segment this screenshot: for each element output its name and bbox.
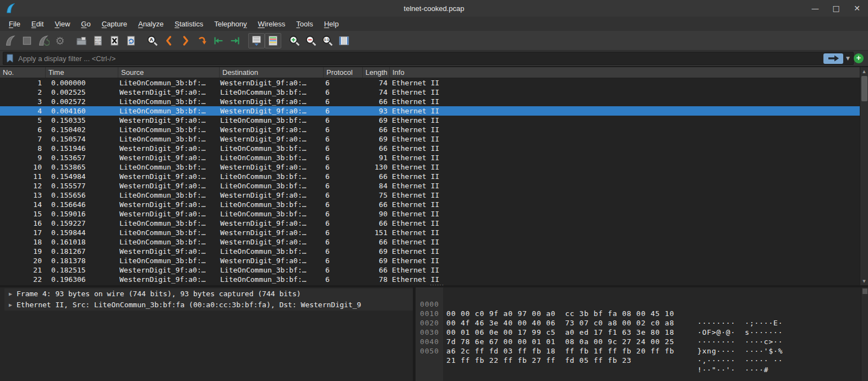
cell-protocol: 6	[324, 106, 363, 116]
go-forward-button[interactable]	[177, 33, 194, 48]
cell-destination: WesternDigit_9f:a0:…	[220, 125, 324, 134]
cell-time: 0.151946	[46, 144, 118, 153]
menu-item[interactable]: Tools	[291, 18, 318, 30]
find-packet-button[interactable]: A	[144, 33, 161, 48]
zoom-100-button[interactable]: 1:1	[319, 33, 336, 48]
expand-arrow-icon[interactable]: ▶	[4, 300, 17, 311]
menu-item[interactable]: Capture	[96, 18, 133, 30]
cell-protocol: 6	[324, 200, 363, 209]
save-file-icon: 010101100011	[93, 35, 103, 46]
add-filter-button[interactable]: +	[854, 53, 864, 63]
menu-item[interactable]: View	[49, 18, 75, 30]
cell-no: 5	[0, 116, 46, 125]
packet-row[interactable]: 14 0.156646 WesternDigit_9f:a0:… LiteOnC…	[0, 200, 868, 209]
hex-row[interactable]: 0020 00 01 06 0e 00 17 99 c5 a0 ed 17 f1…	[416, 309, 868, 318]
menu-item[interactable]: Help	[319, 18, 345, 30]
apply-filter-button[interactable]	[823, 53, 843, 64]
packet-row[interactable]: 16 0.159227 LiteOnCommun_3b:bf:… Western…	[0, 219, 868, 228]
column-header-no[interactable]: No.	[0, 67, 46, 78]
colorize-toggle[interactable]	[265, 33, 281, 48]
bytes-scrollbar[interactable]	[861, 287, 868, 381]
scroll-up-icon[interactable]: ▲	[860, 67, 868, 75]
splitter-grip[interactable]: ······	[430, 283, 444, 287]
maximize-button[interactable]: □	[832, 4, 840, 13]
packet-row[interactable]: 4 0.004160 LiteOnCommun_3b:bf:… WesternD…	[0, 106, 868, 116]
hex-row[interactable]: 0050 21 ff fb 22 ff fb 27 ff fd 05 ff fb…	[416, 337, 868, 346]
go-back-button[interactable]	[161, 33, 177, 48]
bytes-scrollbar-thumb[interactable]	[862, 289, 867, 294]
menu-bar: File Edit View Go Capture Analyze Statis…	[0, 17, 868, 31]
cell-source: WesternDigit_9f:a0:…	[118, 209, 220, 219]
packet-row[interactable]: 1 0.000000 LiteOnCommun_3b:bf:… WesternD…	[0, 78, 868, 88]
menu-item[interactable]: File	[3, 18, 26, 30]
minimize-button[interactable]: —	[811, 4, 820, 13]
scrollbar-thumb[interactable]	[861, 76, 867, 101]
expand-arrow-icon[interactable]: ▶	[4, 289, 17, 300]
packet-row[interactable]: 5 0.150335 WesternDigit_9f:a0:… LiteOnCo…	[0, 116, 868, 125]
close-button[interactable]: ✕	[853, 4, 861, 13]
go-first-packet-button[interactable]	[210, 33, 227, 48]
capture-options-button[interactable]: ⚙	[52, 33, 68, 48]
scroll-down-icon[interactable]: ▼	[860, 277, 868, 285]
detail-row[interactable]: ▶ Ethernet II, Src: LiteOnCommun_3b:bf:f…	[4, 300, 413, 311]
packet-row[interactable]: 18 0.161018 LiteOnCommun_3b:bf:… Western…	[0, 237, 868, 247]
packet-row[interactable]: 2 0.002525 WesternDigit_9f:a0:… LiteOnCo…	[0, 88, 868, 97]
reload-file-button[interactable]	[123, 33, 139, 48]
cell-time: 0.196306	[46, 275, 118, 284]
open-file-button[interactable]	[73, 33, 90, 48]
packet-row[interactable]: 15 0.159016 WesternDigit_9f:a0:… LiteOnC…	[0, 209, 868, 219]
menu-item[interactable]: Statistics	[169, 18, 209, 30]
packet-row[interactable]: 12 0.155577 WesternDigit_9f:a0:… LiteOnC…	[0, 181, 868, 190]
capture-stop-button[interactable]	[19, 33, 35, 48]
menu-item[interactable]: Analyze	[133, 18, 169, 30]
cell-protocol: 6	[324, 237, 363, 247]
packet-row[interactable]: 10 0.153865 LiteOnCommun_3b:bf:… Western…	[0, 162, 868, 172]
packet-row[interactable]: 17 0.159844 LiteOnCommun_3b:bf:… Western…	[0, 228, 868, 237]
column-header-length[interactable]: Length	[363, 67, 390, 78]
packet-row[interactable]: 11 0.154984 WesternDigit_9f:a0:… LiteOnC…	[0, 172, 868, 181]
column-header-destination[interactable]: Destination	[220, 67, 324, 78]
go-last-packet-button[interactable]	[227, 33, 243, 48]
cell-protocol: 6	[324, 247, 363, 256]
detail-row[interactable]: ▶ Frame 4: 93 bytes on wire (744 bits), …	[4, 289, 413, 300]
menu-item[interactable]: Telephony	[209, 18, 252, 30]
zoom-out-button[interactable]	[303, 33, 319, 48]
packet-list-scrollbar[interactable]: ▲ ▼	[860, 67, 868, 285]
filter-bookmark-button[interactable]	[5, 53, 14, 63]
filter-history-dropdown[interactable]: ▼	[844, 56, 853, 61]
resize-columns-button[interactable]	[336, 33, 352, 48]
hex-row[interactable]: 0030 7d 78 6e 67 00 00 01 01 08 0a 00 9c…	[416, 318, 868, 328]
menu-item[interactable]: Go	[75, 18, 96, 30]
packet-row[interactable]: 20 0.181378 LiteOnCommun_3b:bf:… Western…	[0, 256, 868, 265]
packet-row[interactable]: 3 0.002572 LiteOnCommun_3b:bf:… WesternD…	[0, 97, 868, 106]
column-header-time[interactable]: Time	[46, 67, 118, 78]
packet-row[interactable]: 8 0.151946 WesternDigit_9f:a0:… LiteOnCo…	[0, 144, 868, 153]
cell-length: 75	[363, 190, 390, 200]
packet-row[interactable]: 13 0.155656 LiteOnCommun_3b:bf:… Western…	[0, 190, 868, 200]
close-file-button[interactable]	[106, 33, 123, 48]
packet-row[interactable]: 7 0.150574 LiteOnCommun_3b:bf:… WesternD…	[0, 134, 868, 144]
capture-start-button[interactable]	[2, 33, 19, 48]
cell-destination: WesternDigit_9f:a0:…	[220, 162, 324, 172]
menu-item[interactable]: Edit	[26, 18, 49, 30]
auto-scroll-toggle[interactable]	[248, 33, 265, 48]
zoom-in-button[interactable]	[286, 33, 303, 48]
packet-row[interactable]: 19 0.181267 WesternDigit_9f:a0:… LiteOnC…	[0, 247, 868, 256]
save-file-button[interactable]: 010101100011	[90, 33, 106, 48]
packet-rows: 1 0.000000 LiteOnCommun_3b:bf:… WesternD…	[0, 78, 868, 284]
capture-restart-button[interactable]	[35, 33, 52, 48]
hex-row[interactable]: 0000 00 00 c0 9f a0 97 00 a0 cc 3b bf fa…	[416, 290, 868, 300]
packet-row[interactable]: 21 0.182515 WesternDigit_9f:a0:… LiteOnC…	[0, 265, 868, 275]
last-packet-icon	[229, 35, 241, 47]
menu-item[interactable]: Wireless	[253, 18, 291, 30]
hex-row[interactable]: 0040 a6 2c ff fd 03 ff fb 18 ff fb 1f ff…	[416, 328, 868, 337]
column-header-info[interactable]: Info	[390, 67, 868, 78]
packet-row[interactable]: 9 0.153657 WesternDigit_9f:a0:… LiteOnCo…	[0, 153, 868, 162]
hex-row[interactable]: 0010 00 4f 46 3e 40 00 40 06 73 07 c0 a8…	[416, 300, 868, 309]
column-header-protocol[interactable]: Protocol	[324, 67, 363, 78]
column-header-source[interactable]: Source	[118, 67, 220, 78]
cell-no: 19	[0, 247, 46, 256]
display-filter-input[interactable]	[14, 55, 823, 63]
go-to-packet-button[interactable]	[194, 33, 210, 48]
packet-row[interactable]: 6 0.150402 LiteOnCommun_3b:bf:… WesternD…	[0, 125, 868, 134]
